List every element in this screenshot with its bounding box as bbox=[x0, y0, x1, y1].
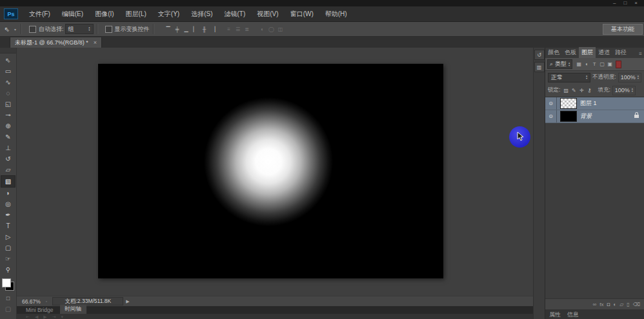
distribute-top-icon[interactable]: ≡ bbox=[225, 26, 234, 32]
filter-kind-dropdown[interactable]: ⌕ 类型 ▴ ▾ bbox=[547, 59, 572, 69]
tool-marquee[interactable]: ▭ bbox=[1, 66, 15, 77]
play-icon[interactable]: ▶ bbox=[43, 314, 46, 319]
status-expand-icon[interactable]: ▶ bbox=[126, 299, 129, 304]
layer-name[interactable]: 背景 bbox=[580, 112, 592, 121]
menu-item-type[interactable]: 文字(Y) bbox=[152, 10, 185, 19]
auto-select-dropdown[interactable]: 组 ▴ ▾ bbox=[65, 24, 94, 34]
tool-eraser[interactable]: ▱ bbox=[1, 164, 15, 175]
link-layers-icon[interactable]: ∞ bbox=[593, 302, 597, 307]
document-tab[interactable]: 未标题-1 @ 66.7%(RGB/8) * × bbox=[10, 37, 102, 48]
lock-pixels-icon[interactable]: ✎ bbox=[570, 88, 578, 93]
tool-clone-stamp[interactable]: ⊥ bbox=[1, 142, 15, 153]
distribute-bottom-icon[interactable]: ≣ bbox=[243, 26, 252, 32]
tab-paths[interactable]: 路径 bbox=[612, 47, 629, 58]
layer-visibility-icon[interactable]: ⊙ bbox=[545, 97, 557, 110]
tool-path-select[interactable]: ▷ bbox=[1, 231, 15, 242]
lock-position-icon[interactable]: ✛ bbox=[578, 88, 585, 93]
tool-quick-select[interactable]: ◌ bbox=[1, 88, 15, 99]
menu-item-help[interactable]: 帮助(H) bbox=[319, 10, 353, 19]
new-layer-icon[interactable]: ▯ bbox=[627, 302, 629, 307]
fill-value-field[interactable]: 100% ▴ ▾ bbox=[612, 86, 636, 95]
tool-lasso[interactable]: ∿ bbox=[1, 77, 15, 88]
align-top-icon[interactable]: ▔ bbox=[164, 26, 173, 32]
3d-drag-icon[interactable]: ◫ bbox=[276, 26, 285, 32]
tool-shape[interactable]: ▢ bbox=[1, 242, 15, 253]
auto-select-checkbox[interactable] bbox=[29, 26, 36, 33]
minimize-button[interactable]: – bbox=[613, 1, 616, 6]
prev-frame-icon[interactable]: ◀ bbox=[35, 314, 38, 319]
layer-row-layer1[interactable]: ⊙ 图层 1 bbox=[545, 97, 644, 110]
foreground-color-swatch[interactable] bbox=[2, 278, 11, 287]
align-middle-icon[interactable]: ╪ bbox=[173, 26, 182, 32]
layer-row-background[interactable]: ⊙ 背景 bbox=[545, 110, 644, 123]
tool-history-brush[interactable]: ↺ bbox=[1, 153, 15, 164]
filter-adjustment-icon[interactable]: ◐ bbox=[583, 61, 590, 67]
3d-rotate-icon[interactable]: ◐ bbox=[258, 26, 267, 32]
filter-toggle-icon[interactable] bbox=[616, 61, 621, 68]
filter-smart-object-icon[interactable]: ▣ bbox=[606, 61, 614, 67]
new-group-icon[interactable]: ▱ bbox=[619, 302, 623, 307]
tab-color[interactable]: 颜色 bbox=[545, 47, 562, 58]
layer-visibility-icon[interactable]: ⊙ bbox=[545, 110, 557, 122]
tab-channels[interactable]: 通道 bbox=[596, 47, 612, 58]
audio-icon[interactable]: ▾ bbox=[61, 314, 64, 319]
history-panel-icon[interactable]: ↺ bbox=[534, 50, 545, 60]
go-first-frame-icon[interactable]: ⇤ bbox=[26, 314, 30, 319]
canvas[interactable] bbox=[98, 64, 443, 278]
layer-mask-icon[interactable]: ◘ bbox=[607, 302, 610, 307]
filter-shape-icon[interactable]: ▢ bbox=[598, 61, 606, 67]
tool-eyedropper[interactable]: ⊸ bbox=[1, 110, 15, 121]
tool-move[interactable]: ⇖ bbox=[1, 55, 15, 66]
align-bottom-icon[interactable]: ▁ bbox=[182, 26, 191, 32]
align-right-icon[interactable]: ▕ bbox=[209, 26, 218, 32]
tool-healing-brush[interactable]: ⊕ bbox=[1, 121, 15, 131]
lock-all-icon[interactable]: ⚷ bbox=[585, 88, 593, 93]
menu-item-file[interactable]: 文件(F) bbox=[23, 10, 56, 19]
menu-item-select[interactable]: 选择(S) bbox=[185, 10, 218, 19]
menu-item-layer[interactable]: 图层(L) bbox=[120, 10, 152, 19]
tab-timeline[interactable]: 时间轴 bbox=[60, 305, 87, 314]
show-transform-checkbox[interactable] bbox=[105, 26, 112, 33]
lock-transparency-icon[interactable]: ▨ bbox=[562, 88, 570, 93]
toolbar-grip[interactable] bbox=[0, 48, 16, 53]
distribute-middle-icon[interactable]: ☰ bbox=[234, 26, 243, 32]
tool-dodge[interactable]: ◎ bbox=[1, 198, 15, 209]
tool-hand[interactable]: ☞ bbox=[1, 253, 15, 264]
align-center-icon[interactable]: ╫ bbox=[200, 26, 209, 32]
adjustment-layer-icon[interactable]: ◐ bbox=[613, 302, 616, 307]
filter-type-icon[interactable]: T bbox=[590, 61, 598, 67]
delete-layer-icon[interactable]: ⌫ bbox=[633, 302, 640, 307]
workspace-switcher-button[interactable]: 基本功能 bbox=[603, 24, 643, 35]
tab-mini-bridge[interactable]: Mini Bridge bbox=[21, 306, 59, 314]
menu-item-view[interactable]: 视图(V) bbox=[251, 10, 284, 19]
tool-type[interactable]: T bbox=[1, 220, 15, 231]
opacity-value-field[interactable]: 100% ▴ ▾ bbox=[618, 73, 641, 82]
tab-swatches[interactable]: 色板 bbox=[562, 47, 579, 58]
layer-name[interactable]: 图层 1 bbox=[580, 99, 597, 108]
tool-blur[interactable]: ◗ bbox=[1, 188, 15, 198]
layer-thumbnail[interactable] bbox=[560, 111, 577, 122]
close-document-icon[interactable]: × bbox=[94, 39, 97, 46]
layer-style-icon[interactable]: fx bbox=[599, 302, 603, 307]
tool-gradient[interactable]: ▧ bbox=[1, 175, 15, 188]
next-frame-icon[interactable]: ⇥ bbox=[52, 314, 56, 319]
menu-item-edit[interactable]: 编辑(E) bbox=[56, 10, 89, 19]
tool-pen[interactable]: ✒ bbox=[1, 209, 15, 220]
menu-item-image[interactable]: 图像(I) bbox=[89, 10, 119, 19]
screen-mode-icon[interactable]: ▢ bbox=[1, 304, 15, 314]
tool-brush[interactable]: ✎ bbox=[1, 131, 15, 142]
tab-info[interactable]: 信息 bbox=[565, 309, 581, 319]
tool-zoom[interactable]: ⚲ bbox=[1, 264, 15, 275]
properties-panel-icon[interactable]: ▥ bbox=[534, 62, 545, 72]
align-left-icon[interactable]: ▏ bbox=[191, 26, 200, 32]
tool-preset-caret-icon[interactable]: ▾ bbox=[14, 27, 16, 32]
filter-pixel-icon[interactable]: ▦ bbox=[575, 61, 583, 67]
tab-layers[interactable]: 图层 bbox=[579, 47, 596, 58]
panel-menu-icon[interactable]: ≡ bbox=[637, 51, 644, 58]
menu-item-filter[interactable]: 滤镜(T) bbox=[219, 10, 252, 19]
3d-roll-icon[interactable]: ◯ bbox=[267, 26, 276, 32]
tool-crop[interactable]: ◱ bbox=[1, 99, 15, 110]
close-button[interactable]: × bbox=[634, 1, 638, 6]
maximize-button[interactable]: □ bbox=[623, 1, 627, 6]
menu-item-window[interactable]: 窗口(W) bbox=[285, 10, 319, 19]
